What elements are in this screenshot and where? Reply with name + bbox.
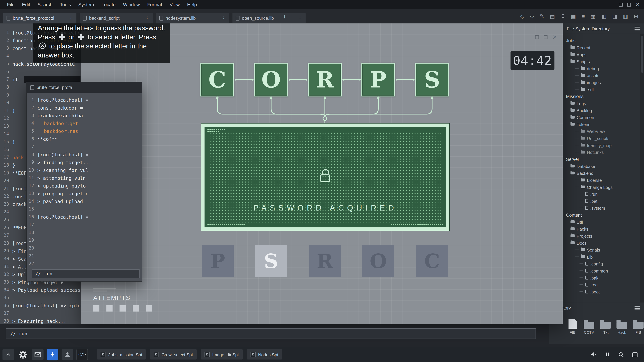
menu-item-view[interactable]: View: [166, 0, 184, 9]
tree-item-logs[interactable]: Logs: [563, 100, 644, 107]
code-line[interactable]: 16[root@localhost] =: [27, 213, 142, 221]
grid-icon[interactable]: ▥: [623, 13, 628, 19]
letter-tile-o[interactable]: O: [254, 63, 288, 96]
code-line[interactable]: 1[root@localhost] =: [27, 96, 142, 104]
panel-run-input[interactable]: // run: [32, 269, 140, 278]
tree-item-scripts[interactable]: Scripts: [563, 58, 644, 65]
code-line[interactable]: 4backdoor.get: [27, 119, 142, 127]
code-line[interactable]: 2const backdoor =: [27, 104, 142, 112]
letter-tile-p[interactable]: P: [362, 63, 395, 96]
file-icon[interactable]: ▤: [550, 13, 555, 19]
letter-slot-c[interactable]: C: [416, 245, 448, 277]
close-icon[interactable]: ✕: [636, 0, 640, 9]
letter-slot-r[interactable]: R: [309, 245, 341, 277]
tree-item-lib[interactable]: Lib: [563, 253, 644, 260]
tree-item-util[interactable]: Util: [563, 218, 644, 225]
tree-item--bat[interactable]: .bat: [563, 197, 644, 204]
pause-icon[interactable]: [604, 351, 610, 358]
edit-icon[interactable]: ✎: [540, 13, 544, 19]
tree-item-tokens[interactable]: Tokens: [563, 121, 644, 128]
directory-item-fib[interactable]: FIB: [567, 319, 578, 335]
code-line[interactable]: 13> pinging target e: [27, 190, 142, 197]
search-icon[interactable]: [618, 351, 624, 358]
panel-bottom-icon[interactable]: ◨: [612, 13, 617, 19]
code-line[interactable]: 15: [27, 205, 142, 213]
code-line[interactable]: 17: [27, 221, 142, 229]
tag-icon[interactable]: ◇: [520, 13, 524, 19]
tree-item-docs[interactable]: Docs: [563, 239, 644, 246]
launcher-up-icon[interactable]: [2, 349, 14, 360]
tab-menu-icon[interactable]: ⋮: [145, 15, 150, 21]
code-line[interactable]: 9> finding target...: [27, 158, 142, 166]
code-line[interactable]: 18: [27, 229, 142, 237]
mute-icon[interactable]: [590, 351, 597, 358]
directory-item-hack[interactable]: Hack: [616, 322, 628, 335]
tree-item-identity-map[interactable]: Identity_map: [563, 142, 644, 149]
menu-item-system[interactable]: System: [75, 0, 98, 9]
tab-menu-icon[interactable]: ⋮: [298, 15, 302, 21]
menu-icon[interactable]: [634, 27, 640, 30]
menu-item-file[interactable]: File: [3, 0, 18, 9]
code-line[interactable]: 21: [27, 252, 142, 260]
code-line[interactable]: 7: [27, 143, 142, 151]
tree-item--reg[interactable]: .reg: [563, 281, 644, 288]
tree-item--run[interactable]: .run: [563, 190, 644, 197]
tree-item-backlog[interactable]: Backlog: [563, 107, 644, 114]
menu-item-edit[interactable]: Edit: [18, 0, 34, 9]
code-line[interactable]: 19: [27, 237, 142, 244]
editor-tab[interactable]: backend_script⋮: [80, 13, 153, 23]
tree-section-missions[interactable]: Missions: [563, 93, 644, 100]
download-icon[interactable]: ↧: [561, 13, 565, 19]
taskbar-tab-image-dir-spt[interactable]: Image_dir.Spt: [201, 349, 242, 360]
minimize-icon[interactable]: [619, 3, 623, 6]
tree-item-apps[interactable]: Apps: [563, 51, 644, 58]
code-icon[interactable]: </>: [76, 349, 88, 360]
tree-item--common[interactable]: .common: [563, 267, 644, 274]
tree-item-serials[interactable]: Serials: [563, 246, 644, 253]
tree-item-recent[interactable]: Recent: [563, 44, 644, 51]
code-line[interactable]: 5backdoor.res: [27, 127, 142, 135]
mail-icon[interactable]: [32, 349, 44, 360]
link-icon[interactable]: ∞: [530, 13, 534, 19]
menu-item-tools[interactable]: Tools: [56, 0, 75, 9]
tree-item--pak[interactable]: .pak: [563, 274, 644, 281]
scrollbar[interactable]: [640, 34, 644, 303]
user-icon[interactable]: [62, 349, 73, 360]
tree-item-images[interactable]: images: [563, 79, 644, 86]
tab-menu-icon[interactable]: ⋮: [221, 15, 226, 21]
tree-item-change-logs[interactable]: Change Logs: [563, 184, 644, 191]
tree-item-packs[interactable]: Packs: [563, 225, 644, 232]
code-line[interactable]: 12> uploading paylo: [27, 182, 142, 190]
image-icon[interactable]: ▣: [571, 13, 576, 19]
tree-item--config[interactable]: .config: [563, 260, 644, 267]
letter-slot-o[interactable]: O: [362, 245, 394, 277]
letter-tile-r[interactable]: R: [308, 63, 342, 96]
editor-tab[interactable]: open_source.lib⋮: [232, 13, 306, 23]
directory-item--txt[interactable]: .Txt: [600, 322, 611, 335]
gear-icon[interactable]: [17, 349, 29, 360]
taskbar-tab-nodes-spt[interactable]: Nodes.Spt: [247, 349, 282, 360]
tree-item-projects[interactable]: Projects: [563, 232, 644, 239]
editor-tab[interactable]: nodesystem.lib⋮: [156, 13, 229, 23]
tab-menu-icon[interactable]: ⋮: [68, 15, 73, 21]
taskbar-tab-jobs-mission-spt[interactable]: Jobs_mission.Spt: [97, 349, 146, 360]
menu-item-format[interactable]: Format: [144, 0, 166, 9]
maximize-icon[interactable]: [627, 3, 631, 6]
panel-left-icon[interactable]: ◧: [602, 13, 606, 19]
apps-icon[interactable]: ⊞: [634, 13, 638, 19]
panel-title-bar[interactable]: brute_force_prota: [27, 82, 142, 93]
menu-icon[interactable]: [634, 306, 640, 309]
code-line[interactable]: 20: [27, 244, 142, 252]
run-command-bar[interactable]: // run: [6, 328, 536, 339]
tree-item--system[interactable]: .system: [563, 204, 644, 212]
bolt-icon[interactable]: [47, 349, 58, 360]
tree-section-jobs[interactable]: Jobs: [563, 37, 644, 44]
tree-item-unit-scripts[interactable]: Unit_scripts: [563, 135, 644, 142]
tree-section-server[interactable]: Server: [563, 156, 644, 163]
letter-tile-c[interactable]: C: [200, 63, 234, 96]
tree-item-database[interactable]: Database: [563, 163, 644, 170]
menu-item-help[interactable]: Help: [184, 0, 200, 9]
directory-item-cctv[interactable]: CCTV: [583, 322, 595, 335]
tree-item-license[interactable]: License: [563, 176, 644, 184]
tree-item-backend[interactable]: Backend: [563, 169, 644, 176]
